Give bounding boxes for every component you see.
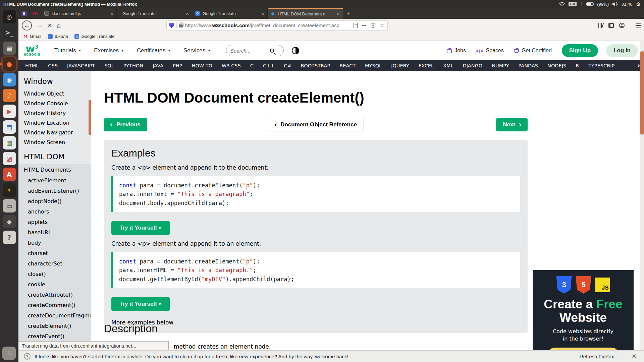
dock-text-app[interactable]: A — [3, 168, 16, 181]
account-icon[interactable] — [619, 23, 625, 28]
sidebar-item[interactable]: charset — [18, 248, 91, 258]
page-scrollbar-thumb[interactable] — [640, 51, 644, 135]
sidebar-item[interactable]: HTML Documents — [18, 164, 91, 175]
tab[interactable]: Google Translate × — [117, 8, 192, 19]
header-menu[interactable]: Certificates ▼ — [137, 47, 171, 54]
get-certified-link[interactable]: Get Certified — [514, 48, 552, 54]
topic-nav-item[interactable]: W3.CSS — [222, 63, 241, 68]
pinned-tab-2[interactable]: m — [30, 8, 41, 19]
document-object-reference-button[interactable]: Document Object Reference — [268, 118, 364, 131]
home-button[interactable]: ⌂ — [57, 22, 61, 29]
log-in-button[interactable]: Log in — [606, 44, 638, 57]
dock-camera-app[interactable]: ◉ — [3, 73, 16, 86]
topic-nav-item[interactable]: C++ — [263, 63, 274, 68]
tab-close-icon[interactable]: × — [337, 11, 340, 17]
sidebar-item[interactable]: anchors — [18, 206, 91, 217]
w3schools-logo[interactable]: w3 schools — [24, 45, 40, 56]
sidebar-scrollbar-thumb[interactable] — [89, 100, 91, 135]
sidebar-item[interactable]: addEventListener() — [18, 186, 91, 196]
topic-nav-item[interactable]: C — [250, 63, 254, 68]
back-button[interactable]: ← — [22, 20, 32, 31]
url-bar[interactable]: https://www.w3schools.com/jsref/met_docu… — [166, 20, 388, 31]
dock-blender[interactable]: ✦ — [3, 183, 16, 197]
spaces-ad-banner[interactable]: 3 5 JS Create a FreeWebsite Code website… — [533, 270, 634, 350]
topic-nav-item[interactable]: TYPESCRIP — [588, 63, 614, 68]
sidebar-toggle-icon[interactable] — [608, 23, 614, 28]
site-search[interactable] — [226, 45, 284, 56]
topic-nav-item[interactable]: MYSQL — [365, 63, 382, 68]
topic-nav-item[interactable]: C# — [284, 63, 291, 68]
system-tray[interactable]: En ᛒ (99%) 01:40 ⚙ — [559, 2, 641, 7]
sidebar-item[interactable]: createElement() — [18, 321, 91, 331]
search-icon[interactable] — [270, 49, 274, 53]
tab-close-icon[interactable]: × — [110, 11, 113, 16]
sidebar-item[interactable]: baseURI — [18, 227, 91, 238]
tab[interactable]: klasss.info/dl.js × — [41, 8, 117, 19]
topic-nav-item[interactable]: SQL — [104, 63, 114, 68]
page-actions-icon[interactable]: ••• — [362, 23, 367, 28]
sidebar-item[interactable]: Window — [18, 72, 91, 89]
dock-libreoffice-impress[interactable]: ▨ — [3, 152, 16, 165]
sidebar-item[interactable]: close() — [18, 269, 91, 279]
tracking-protection-shield-icon[interactable] — [169, 23, 174, 28]
dock-ubuntu-dash[interactable]: ◎ — [3, 10, 16, 23]
bookmark-item[interactable]: M Gmail — [23, 34, 41, 39]
topic-nav-item[interactable]: XML — [443, 63, 453, 68]
page-scrollbar[interactable] — [640, 41, 644, 350]
sidebar-item[interactable]: adoptNode() — [18, 196, 91, 206]
header-menu[interactable]: Services ▼ — [183, 47, 211, 54]
topic-nav-item[interactable]: REACT — [339, 63, 356, 68]
menu-hamburger-icon[interactable] — [636, 23, 641, 27]
ad-cta-button[interactable] — [548, 348, 619, 350]
topic-nav-item[interactable]: JAVASCRIPT — [67, 63, 95, 68]
header-menu[interactable]: Tutorials ▼ — [54, 47, 81, 54]
try-it-yourself-button-1[interactable]: Try it Yourself » — [111, 221, 170, 235]
topic-nav-item[interactable]: BOOTSTRAP — [301, 63, 330, 68]
topic-nav-item[interactable]: HTML — [25, 63, 39, 68]
sidebar-item[interactable]: Window History — [18, 108, 91, 118]
dock-media-player[interactable]: ▶ — [3, 105, 16, 118]
tab[interactable]: HTML DOM Document c × — [268, 8, 343, 19]
pinned-tab-1[interactable] — [18, 8, 30, 19]
url-text[interactable]: https://www.w3schools.com/jsref/met_docu… — [185, 22, 351, 28]
sidebar-item[interactable]: Window Object — [18, 89, 91, 99]
new-tab-button[interactable]: + — [343, 8, 353, 19]
tab[interactable]: G Google Translate × — [192, 8, 268, 19]
sidebar-item[interactable]: activeElement — [18, 175, 91, 186]
bookmark-item[interactable]: G Google Translate — [74, 34, 114, 39]
refresh-firefox-link[interactable]: Refresh Firefox... — [580, 354, 618, 359]
topic-nav-item[interactable]: JAVA — [153, 63, 163, 68]
tab-close-icon[interactable]: × — [186, 11, 189, 16]
close-icon[interactable]: ✕ — [632, 353, 637, 360]
library-icon[interactable] — [598, 23, 603, 28]
sidebar-item[interactable]: createEvent() — [18, 331, 91, 342]
previous-button[interactable]: Previous — [104, 118, 147, 131]
dock-libreoffice-writer[interactable]: ▤ — [3, 120, 16, 134]
dark-mode-toggle-icon[interactable] — [292, 47, 299, 54]
bookmark-star-icon[interactable]: ☆ — [379, 22, 384, 29]
topic-nav-item[interactable]: PHP — [173, 63, 182, 68]
sidebar-item[interactable]: body — [18, 238, 91, 248]
try-it-yourself-button-2[interactable]: Try it Yourself » — [111, 297, 170, 311]
sidebar-item[interactable]: HTML DOM — [18, 147, 91, 164]
dock-firefox[interactable]: ● — [3, 57, 16, 71]
dock-terminal[interactable]: >_ — [3, 26, 16, 39]
topic-nav-item[interactable]: DJANGO — [463, 63, 483, 68]
sidebar-item[interactable]: cookie — [18, 279, 91, 290]
stop-button[interactable]: × — [48, 22, 52, 29]
topic-nav-item[interactable]: EXCEL — [419, 63, 434, 68]
sidebar-item[interactable]: createAttribute() — [18, 290, 91, 300]
sidebar-item[interactable]: applets — [18, 217, 91, 227]
topic-nav-item[interactable]: PYTHON — [123, 63, 143, 68]
reader-view-icon[interactable] — [354, 23, 358, 28]
topic-nav-item[interactable]: NODEJS — [547, 63, 566, 68]
topic-nav-item[interactable]: R — [576, 63, 579, 68]
sidebar-item[interactable]: createDocumentFragment() — [18, 310, 91, 321]
sidebar-item[interactable]: Window Screen — [18, 137, 91, 147]
dock-files[interactable]: ▤ — [3, 42, 16, 55]
topic-nav-item[interactable]: CSS — [48, 63, 58, 68]
topic-nav-item[interactable]: NUMPY — [492, 63, 509, 68]
bookmark-item[interactable]: Школа — [48, 34, 68, 39]
dock-gimp[interactable]: ◆ — [3, 215, 16, 228]
next-button[interactable]: Next — [496, 118, 528, 131]
